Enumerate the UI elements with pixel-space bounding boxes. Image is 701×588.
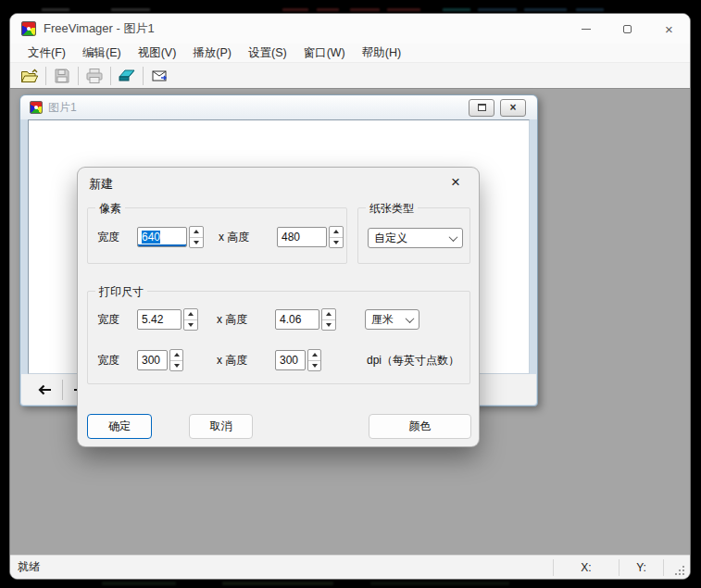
- pixel-width-value: 640: [142, 231, 160, 244]
- screen: FreeVimager - 图片1 × 文件(F) 编辑(E) 视图(V) 播放…: [0, 0, 701, 588]
- print-height-value: 4.06: [280, 313, 301, 326]
- print-height-input[interactable]: 4.06: [275, 309, 319, 330]
- print-button[interactable]: [82, 65, 106, 87]
- toolbar-separator: [45, 67, 46, 85]
- image-window-restore-button[interactable]: [469, 99, 494, 117]
- menu-play[interactable]: 播放(P): [184, 44, 240, 63]
- app-window: FreeVimager - 图片1 × 文件(F) 编辑(E) 视图(V) 播放…: [9, 13, 691, 580]
- minimize-icon: [582, 29, 591, 30]
- unit-value: 厘米: [371, 312, 394, 328]
- spin-down-icon: [190, 237, 203, 248]
- image-window-close-button[interactable]: ×: [500, 99, 526, 117]
- pixels-legend: 像素: [95, 201, 125, 217]
- paper-type-value: 自定义: [374, 231, 407, 246]
- statusbar: 就绪 X: Y:: [10, 555, 690, 579]
- main-toolbar: [10, 63, 690, 88]
- paper-type-group: 纸张类型 自定义: [357, 207, 470, 264]
- maximize-icon: [623, 25, 632, 33]
- spin-up-icon: [184, 309, 197, 319]
- image-window-icon: [30, 101, 43, 114]
- close-icon: ×: [451, 173, 460, 192]
- unit-select[interactable]: 厘米: [365, 309, 419, 330]
- cancel-button-label: 取消: [210, 419, 232, 434]
- new-image-dialog: 新建 × 像素 宽度 640: [78, 168, 479, 446]
- ok-button[interactable]: 确定: [87, 414, 152, 439]
- paper-type-legend: 纸张类型: [366, 201, 418, 217]
- print-size-legend: 打印尺寸: [95, 284, 147, 300]
- print-size-group: 打印尺寸 宽度 5.42 x 高度 4.06: [87, 291, 470, 384]
- dpi-height-value: 300: [280, 354, 298, 367]
- dpi-width-label: 宽度: [97, 353, 137, 369]
- previous-image-button[interactable]: [31, 378, 58, 402]
- menu-settings[interactable]: 设置(S): [240, 44, 295, 63]
- titlebar: FreeVimager - 图片1 ×: [10, 14, 690, 44]
- pixel-width-label: 宽度: [97, 230, 137, 245]
- cursor-x-pane: X:: [554, 561, 619, 574]
- dpi-width-value: 300: [142, 354, 160, 367]
- dpi-width-spinner[interactable]: [169, 349, 183, 371]
- chevron-down-icon: [449, 232, 458, 242]
- save-button[interactable]: [50, 65, 74, 87]
- print-width-input[interactable]: 5.42: [137, 309, 182, 330]
- menu-window[interactable]: 窗口(W): [295, 44, 354, 63]
- spin-down-icon: [308, 360, 320, 371]
- mdi-workspace: 图片1 ×: [10, 88, 690, 557]
- color-button[interactable]: 颜色: [369, 414, 471, 439]
- pixel-width-input[interactable]: 640: [137, 227, 187, 247]
- close-icon: ×: [509, 102, 516, 113]
- ok-button-label: 确定: [108, 419, 131, 434]
- pixel-height-input[interactable]: 480: [277, 227, 327, 247]
- window-controls: ×: [565, 14, 690, 44]
- resize-grip[interactable]: [664, 556, 690, 580]
- status-text: 就绪: [10, 559, 553, 575]
- scan-button[interactable]: [115, 65, 139, 87]
- paper-type-select[interactable]: 自定义: [368, 228, 463, 248]
- save-floppy-icon: [54, 68, 70, 84]
- open-file-button[interactable]: [18, 65, 42, 87]
- dpi-height-input[interactable]: 300: [275, 350, 306, 370]
- minimize-button[interactable]: [565, 14, 607, 44]
- menu-help[interactable]: 帮助(H): [354, 44, 409, 63]
- open-folder-icon: [20, 68, 39, 84]
- dialog-close-button[interactable]: ×: [445, 172, 466, 193]
- spin-down-icon: [322, 319, 335, 331]
- print-width-value: 5.42: [142, 313, 163, 326]
- menu-file[interactable]: 文件(F): [19, 44, 74, 63]
- cursor-y-pane: Y:: [620, 561, 663, 574]
- spin-down-icon: [170, 360, 182, 371]
- spin-up-icon: [330, 227, 343, 237]
- maximize-button[interactable]: [607, 14, 648, 44]
- spin-up-icon: [308, 350, 320, 360]
- dpi-height-spinner[interactable]: [307, 349, 321, 371]
- app-logo-icon: [21, 21, 36, 36]
- scanner-icon: [118, 68, 136, 84]
- toolbar-separator: [143, 67, 144, 85]
- image-window-titlebar: 图片1 ×: [20, 95, 537, 119]
- spin-up-icon: [170, 350, 182, 360]
- back-arrow-icon: [36, 383, 53, 396]
- cancel-button[interactable]: 取消: [189, 414, 253, 439]
- window-title: FreeVimager - 图片1: [44, 20, 565, 37]
- pixel-width-spinner[interactable]: [189, 226, 204, 248]
- menu-view[interactable]: 视图(V): [130, 44, 185, 63]
- email-button[interactable]: [147, 65, 171, 87]
- pixel-height-value: 480: [282, 231, 300, 244]
- close-button[interactable]: ×: [648, 14, 690, 44]
- dpi-height-label: x 高度: [217, 353, 260, 369]
- print-width-label: 宽度: [97, 312, 137, 328]
- spin-up-icon: [190, 227, 203, 237]
- print-height-spinner[interactable]: [321, 308, 336, 331]
- spin-up-icon: [322, 309, 335, 319]
- color-button-label: 颜色: [409, 419, 432, 434]
- print-height-label: x 高度: [217, 312, 260, 328]
- menu-edit[interactable]: 编辑(E): [74, 44, 130, 63]
- print-width-spinner[interactable]: [183, 308, 198, 331]
- restore-icon: [478, 104, 486, 111]
- image-window-title: 图片1: [48, 100, 469, 116]
- dpi-note: dpi（每英寸点数）: [367, 353, 459, 369]
- dialog-title: 新建: [89, 176, 113, 193]
- pixel-height-spinner[interactable]: [329, 226, 344, 248]
- toolbar-separator: [78, 67, 79, 85]
- printer-icon: [85, 68, 104, 84]
- dpi-width-input[interactable]: 300: [137, 350, 168, 370]
